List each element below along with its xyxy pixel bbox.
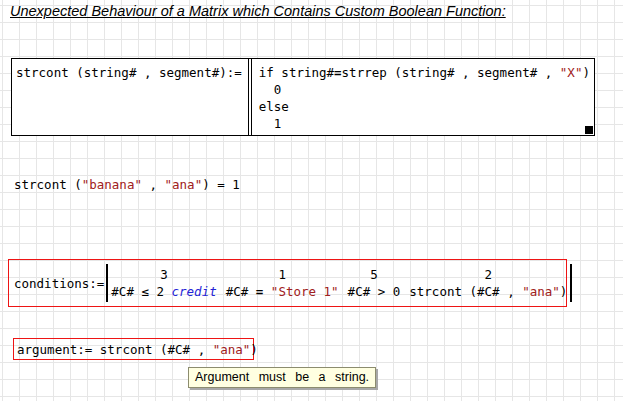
if-keyword: if string# <box>259 65 334 80</box>
program-bar: if string#=strrep (string# , segment# , … <box>248 59 594 135</box>
matrix-cell-value: 1 <box>278 266 286 283</box>
matrix-cell-value: 2 <box>485 266 493 283</box>
matrix-cell-expr: #C# > 0 <box>348 283 401 300</box>
program-then-value: 0 <box>274 81 594 98</box>
conditions-matrix: 3 #C# ≤ 2 credit 1 #C# = "Store 1" 5 #C#… <box>108 266 570 300</box>
variable-name: argument <box>17 342 77 357</box>
function-definition-region[interactable]: strcont (string# , segment#):= if string… <box>11 58 595 136</box>
matrix-column-2: 1 #C# = "Store 1" <box>226 266 339 300</box>
worksheet: Unexpected Behaviour of a Matrix which C… <box>0 0 623 401</box>
close-paren: ) <box>582 65 590 80</box>
strcont-call: strcont (#C# , <box>92 342 212 357</box>
boolean-equals: = <box>334 65 342 80</box>
unit-credit: credit <box>172 284 217 299</box>
expr-text: strcont (#C# , <box>409 284 522 299</box>
expr-text: #C# ≤ 2 <box>111 284 171 299</box>
matrix-cell-expr: #C# = "Store 1" <box>226 283 339 300</box>
matrix-column-4: 2 strcont (#C# , "ana") <box>409 266 567 300</box>
strrep-call: strrep (string# , segment# , <box>342 65 560 80</box>
string-literal-banana: "banana" <box>82 177 142 192</box>
assign-operator: := <box>227 65 242 80</box>
function-signature: strcont (string# , segment#):= <box>12 59 242 135</box>
expr-text: #C# <box>226 284 256 299</box>
matrix-cell-value: 5 <box>370 266 378 283</box>
close-paren: ) <box>250 342 258 357</box>
close-paren-equals: ) = <box>202 177 232 192</box>
evaluation-region[interactable]: strcont ("banana" , "ana") = 1 <box>14 176 240 193</box>
error-tooltip-text: Argument must be a string. <box>195 370 369 384</box>
resize-handle[interactable] <box>585 126 593 134</box>
program-body: if string#=strrep (string# , segment# , … <box>251 59 594 135</box>
matrix-cell-expr: strcont (#C# , "ana") <box>409 283 567 300</box>
matrix-cell-expr: #C# ≤ 2 credit <box>111 283 216 300</box>
page-title: Unexpected Behaviour of a Matrix which C… <box>10 3 506 19</box>
string-literal-x: "X" <box>560 65 583 80</box>
string-literal-ana: "ana" <box>165 177 203 192</box>
program-if-line: if string#=strrep (string# , segment# , … <box>259 64 594 81</box>
string-literal-ana: "ana" <box>213 342 251 357</box>
close-paren: ) <box>560 284 568 299</box>
program-else-keyword: else <box>259 98 594 115</box>
argument-region-error[interactable]: argument:= strcont (#C# , "ana") <box>13 338 254 360</box>
conditions-label: conditions:= <box>14 275 104 292</box>
matrix-cell-value: 3 <box>160 266 168 283</box>
string-literal-store1: "Store 1" <box>263 284 338 299</box>
string-literal-ana: "ana" <box>522 284 560 299</box>
function-signature-text: strcont (string# , segment#) <box>16 65 227 80</box>
conditions-region-error[interactable]: conditions:= 3 #C# ≤ 2 credit 1 #C# = "S… <box>8 259 567 307</box>
assign-operator: := <box>89 276 104 291</box>
variable-name: conditions <box>14 276 89 291</box>
matrix-column-1: 3 #C# ≤ 2 credit <box>111 266 216 300</box>
matrix-column-3: 5 #C# > 0 <box>348 266 401 300</box>
assign-operator: := <box>77 342 92 357</box>
evaluation-result: 1 <box>232 177 240 192</box>
program-else-value: 1 <box>274 115 594 132</box>
comma: , <box>142 177 165 192</box>
strcont-call: strcont ( <box>14 177 82 192</box>
error-tooltip: Argument must be a string. <box>188 367 376 388</box>
matrix-right-bracket <box>570 264 572 302</box>
